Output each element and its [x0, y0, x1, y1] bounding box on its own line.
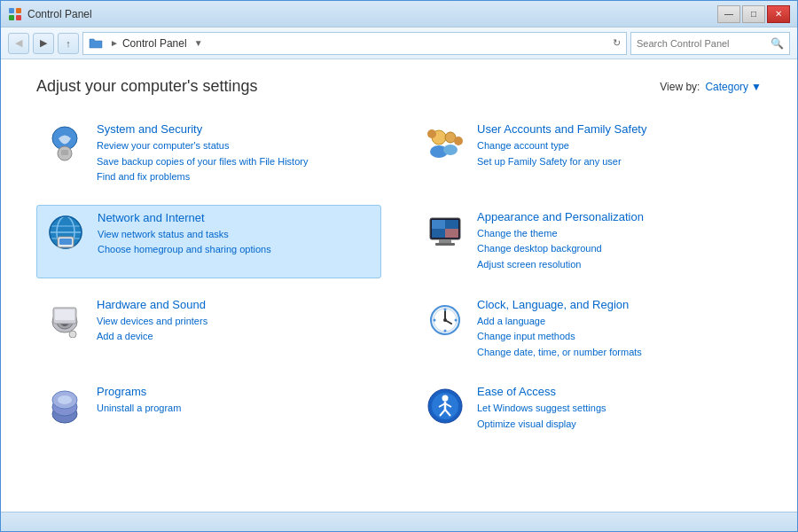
search-icon: 🔍 [771, 37, 784, 50]
close-button[interactable]: ✕ [767, 5, 790, 23]
window-title: Control Panel [27, 8, 92, 20]
user-accounts-link-1[interactable]: Change account type [477, 138, 646, 154]
hardware-sound-content: Hardware and Sound View devices and prin… [97, 298, 207, 345]
address-path-container[interactable]: ► Control Panel ▼ ↻ [82, 32, 627, 55]
svg-point-37 [443, 318, 447, 322]
svg-rect-26 [435, 243, 455, 246]
page-title: Adjust your computer's settings [36, 77, 258, 96]
search-input[interactable] [637, 38, 771, 49]
clock-link-1[interactable]: Add a language [477, 314, 642, 330]
folder-icon [89, 36, 103, 51]
programs-link-1[interactable]: Uninstall a program [97, 401, 181, 417]
hardware-sound-title[interactable]: Hardware and Sound [97, 298, 207, 311]
view-by-container: View by: Category ▼ [660, 81, 762, 93]
system-security-icon [43, 122, 86, 165]
svg-rect-31 [55, 309, 74, 320]
user-accounts-link-2[interactable]: Set up Family Safety for any user [477, 154, 646, 170]
clock-icon [424, 298, 466, 340]
category-network-internet: Network and Internet View network status… [36, 205, 381, 278]
network-internet-link-2[interactable]: Choose homegroup and sharing options [98, 242, 271, 258]
svg-point-39 [444, 329, 447, 332]
svg-rect-23 [432, 220, 445, 229]
svg-rect-3 [16, 15, 21, 20]
category-programs: Programs Uninstall a program [36, 379, 381, 437]
svg-point-12 [454, 137, 463, 145]
minimize-button[interactable]: — [717, 5, 740, 23]
system-security-link-1[interactable]: Review your computer's status [97, 138, 308, 154]
main-content: Adjust your computer's settings View by:… [1, 59, 797, 512]
status-bar [1, 512, 797, 531]
svg-point-41 [455, 318, 458, 321]
ease-of-access-title[interactable]: Ease of Access [477, 385, 606, 398]
system-security-link-3[interactable]: Find and fix problems [97, 169, 308, 185]
view-by-label: View by: [660, 81, 700, 93]
svg-rect-2 [9, 15, 14, 20]
category-ease-of-access: Ease of Access Let Windows suggest setti… [417, 379, 762, 437]
address-path: Control Panel [122, 37, 187, 50]
svg-point-45 [58, 395, 72, 404]
clock-link-3[interactable]: Change date, time, or number formats [477, 345, 642, 361]
user-accounts-content: User Accounts and Family Safety Change a… [477, 122, 646, 169]
svg-rect-6 [61, 150, 68, 155]
clock-content: Clock, Language, and Region Add a langua… [477, 298, 642, 361]
svg-rect-0 [9, 8, 14, 13]
category-user-accounts: User Accounts and Family Safety Change a… [417, 117, 762, 191]
hardware-sound-link-1[interactable]: View devices and printers [97, 314, 207, 330]
programs-title[interactable]: Programs [97, 385, 181, 398]
svg-rect-24 [445, 229, 458, 238]
view-by-arrow: ▼ [751, 81, 762, 93]
forward-button[interactable]: ▶ [33, 33, 54, 54]
category-system-security: System and Security Review your computer… [36, 117, 381, 191]
network-internet-link-1[interactable]: View network status and tasks [98, 227, 271, 243]
appearance-link-3[interactable]: Adjust screen resolution [477, 257, 644, 273]
window-icon [8, 7, 22, 21]
appearance-title[interactable]: Appearance and Personalization [477, 210, 644, 223]
appearance-content: Appearance and Personalization Change th… [477, 210, 644, 273]
svg-point-38 [444, 308, 447, 310]
ease-of-access-icon [424, 385, 466, 427]
svg-point-10 [443, 145, 458, 155]
system-security-content: System and Security Review your computer… [97, 122, 308, 185]
window: Control Panel — □ ✕ ◀ ▶ ↑ ► Control Pane… [0, 0, 798, 532]
appearance-link-1[interactable]: Change the theme [477, 226, 644, 242]
content-header: Adjust your computer's settings View by:… [36, 77, 762, 96]
address-bar: ◀ ▶ ↑ ► Control Panel ▼ ↻ 🔍 [1, 27, 797, 59]
svg-rect-20 [59, 239, 72, 245]
programs-content: Programs Uninstall a program [97, 385, 181, 417]
user-accounts-icon [424, 122, 466, 165]
refresh-button[interactable]: ↻ [613, 37, 621, 49]
system-security-title[interactable]: System and Security [97, 122, 308, 136]
view-by-value: Category [705, 81, 748, 93]
appearance-link-2[interactable]: Change desktop background [477, 241, 644, 257]
hardware-sound-icon [43, 298, 86, 340]
categories-grid: System and Security Review your computer… [36, 117, 762, 438]
svg-point-48 [442, 395, 449, 402]
user-accounts-title[interactable]: User Accounts and Family Safety [477, 122, 646, 136]
clock-title[interactable]: Clock, Language, and Region [477, 298, 642, 311]
svg-point-11 [427, 129, 436, 138]
search-box[interactable]: 🔍 [630, 32, 790, 55]
category-clock: Clock, Language, and Region Add a langua… [417, 293, 762, 366]
hardware-sound-link-2[interactable]: Add a device [97, 329, 207, 345]
maximize-button[interactable]: □ [742, 5, 765, 23]
path-separator: ► [110, 38, 119, 48]
programs-icon [43, 385, 86, 427]
address-dropdown-arrow: ▼ [194, 38, 203, 48]
svg-point-40 [434, 318, 436, 321]
svg-rect-25 [439, 239, 451, 243]
back-button[interactable]: ◀ [8, 33, 29, 54]
ease-of-access-link-2[interactable]: Optimize visual display [477, 417, 606, 433]
svg-point-32 [69, 331, 76, 338]
network-internet-content: Network and Internet View network status… [98, 211, 271, 258]
network-internet-icon [44, 211, 87, 254]
appearance-icon [424, 210, 466, 253]
view-by-dropdown[interactable]: Category ▼ [705, 81, 762, 93]
clock-link-2[interactable]: Change input methods [477, 329, 642, 345]
ease-of-access-link-1[interactable]: Let Windows suggest settings [477, 401, 606, 417]
network-internet-title[interactable]: Network and Internet [98, 211, 271, 224]
system-security-link-2[interactable]: Save backup copies of your files with Fi… [97, 154, 308, 170]
title-bar: Control Panel — □ ✕ [1, 1, 797, 27]
category-hardware-sound: Hardware and Sound View devices and prin… [36, 293, 381, 366]
up-button[interactable]: ↑ [58, 33, 79, 54]
svg-rect-1 [16, 8, 21, 13]
